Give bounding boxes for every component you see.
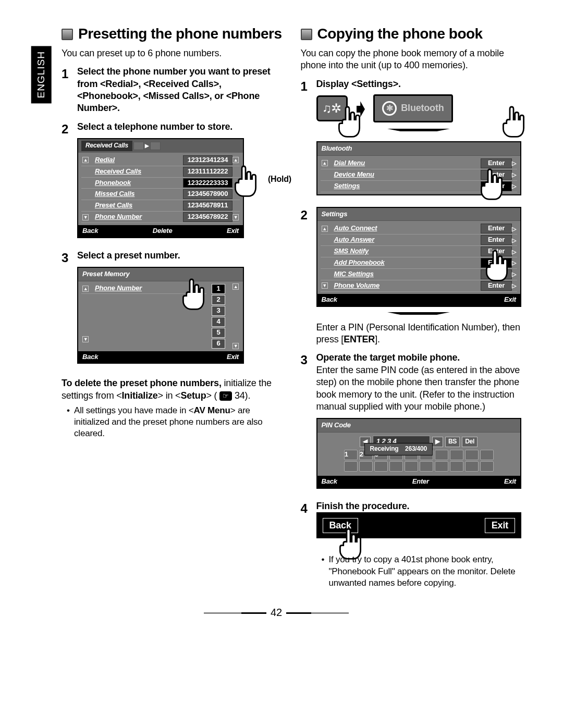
- section-bullet: [301, 29, 312, 40]
- exit-button[interactable]: Exit: [485, 518, 515, 533]
- back-button[interactable]: Back: [82, 227, 98, 236]
- list-item[interactable]: Auto Connect: [328, 224, 478, 233]
- enter-button[interactable]: Enter: [481, 158, 512, 168]
- scroll-up[interactable]: ▲: [322, 226, 328, 232]
- chevron-right-icon[interactable]: ▷: [512, 182, 516, 190]
- preset-slot[interactable]: 3: [212, 306, 225, 316]
- enter-button[interactable]: Enter: [481, 235, 512, 245]
- back-button[interactable]: Back: [82, 353, 98, 362]
- scroll-down[interactable]: ▼: [82, 336, 89, 342]
- exit-button[interactable]: Exit: [504, 295, 516, 304]
- keypad-key[interactable]: [465, 450, 479, 460]
- pin-instruction: Enter a PIN (Personal Identification Num…: [316, 322, 522, 346]
- enter-button[interactable]: Enter: [337, 477, 504, 486]
- list-item[interactable]: Missed Calls: [89, 190, 183, 199]
- keypad-key[interactable]: [450, 461, 463, 472]
- delete-button[interactable]: Delete: [98, 227, 227, 236]
- keypad-key[interactable]: [435, 450, 448, 460]
- chevron-right-icon[interactable]: ▷: [512, 159, 516, 167]
- list-item[interactable]: Redial: [89, 156, 183, 165]
- enter-button[interactable]: Enter: [481, 258, 512, 268]
- scroll-down[interactable]: ▼: [232, 214, 239, 220]
- list-item[interactable]: Received Calls: [89, 167, 183, 176]
- settings-tile[interactable]: ♫✲: [316, 95, 348, 121]
- scroll-down[interactable]: ▼: [322, 282, 328, 289]
- cursor-right-button[interactable]: ▶: [432, 437, 443, 447]
- bluetooth-icon: ✱: [382, 101, 397, 116]
- back-button[interactable]: Back: [322, 477, 337, 486]
- keypad-key[interactable]: [374, 461, 388, 472]
- keypad-key[interactable]: 1: [344, 450, 358, 460]
- chevron-right-icon[interactable]: ▷: [512, 270, 516, 278]
- list-item[interactable]: Add Phonebook: [328, 258, 478, 267]
- preset-slot[interactable]: 2: [212, 295, 225, 305]
- scroll-up[interactable]: ▲: [232, 157, 239, 163]
- keypad-key[interactable]: [450, 450, 463, 460]
- phone-number[interactable]: 12345678911: [183, 201, 232, 211]
- chevron-right-icon[interactable]: ▷: [512, 225, 516, 232]
- scroll-down[interactable]: ▼: [82, 214, 89, 220]
- chevron-right-icon[interactable]: ▷: [512, 171, 516, 178]
- bluetooth-screen: Bluetooth ▲Dial MenuEnter▷ Device MenuEn…: [316, 141, 522, 195]
- preset-slot[interactable]: 4: [212, 317, 225, 327]
- keypad-key[interactable]: [405, 461, 418, 472]
- exit-button[interactable]: Exit: [227, 227, 239, 236]
- enter-button[interactable]: Enter: [481, 269, 512, 279]
- list-item[interactable]: Dial Menu: [328, 159, 478, 168]
- step-number: 3: [62, 250, 72, 369]
- keypad-key[interactable]: [465, 461, 479, 472]
- chevron-right-icon[interactable]: ▷: [512, 259, 516, 266]
- keypad-key[interactable]: [480, 450, 494, 460]
- list-item[interactable]: Phone Number: [89, 284, 205, 293]
- chevron-right-icon[interactable]: ▷: [512, 282, 516, 289]
- chevron-right-icon[interactable]: ▷: [512, 248, 516, 255]
- list-item[interactable]: Phone Number: [89, 213, 183, 221]
- keypad-key[interactable]: [420, 461, 433, 472]
- list-item[interactable]: Auto Answer: [328, 236, 478, 244]
- delete-note: To delete the preset phone numbers, init…: [62, 377, 283, 402]
- note-bullet: If you try to copy a 401st phone book en…: [322, 554, 522, 588]
- tab-received-calls[interactable]: Received Calls: [81, 141, 132, 151]
- bluetooth-button[interactable]: ✱Bluetooth: [373, 94, 452, 122]
- preset-slot[interactable]: 6: [212, 339, 225, 349]
- list-item[interactable]: MIC Settings: [328, 270, 478, 279]
- enter-button[interactable]: Enter: [481, 224, 512, 233]
- list-item[interactable]: Phone Volume: [328, 281, 478, 290]
- footer-bar: Back Exit: [316, 512, 522, 538]
- list-item[interactable]: Device Menu: [328, 170, 478, 179]
- enter-button[interactable]: Enter: [481, 281, 512, 291]
- exit-button[interactable]: Exit: [504, 477, 516, 486]
- chevron-right-icon[interactable]: ▷: [512, 237, 516, 244]
- scroll-up[interactable]: ▲: [232, 283, 239, 290]
- phone-number[interactable]: 12345678922: [183, 212, 232, 222]
- keypad-key[interactable]: [435, 461, 448, 472]
- scroll-down[interactable]: ▼: [232, 343, 239, 349]
- preset-slot[interactable]: 5: [212, 328, 225, 338]
- list-item[interactable]: Preset Calls: [89, 201, 183, 210]
- phone-number[interactable]: 12312341234: [183, 155, 232, 165]
- keypad-key[interactable]: [389, 461, 403, 472]
- scroll-up[interactable]: ▲: [322, 160, 328, 166]
- keypad-key[interactable]: [480, 461, 494, 472]
- scroll-up[interactable]: ▲: [82, 157, 89, 163]
- exit-button[interactable]: Exit: [227, 353, 239, 362]
- phone-number[interactable]: 12345678900: [183, 189, 232, 199]
- bs-button[interactable]: BS: [445, 437, 460, 447]
- keypad-key[interactable]: [344, 461, 358, 472]
- list-item[interactable]: Phonebook: [89, 179, 183, 188]
- tab-icon[interactable]: [133, 142, 144, 150]
- enter-button[interactable]: Enter: [481, 170, 512, 180]
- phone-number[interactable]: 12311112222: [183, 167, 232, 177]
- keypad-key[interactable]: [359, 461, 373, 472]
- list-item[interactable]: SMS Notify: [328, 247, 478, 256]
- del-button[interactable]: Del: [462, 437, 478, 447]
- list-item[interactable]: Settings: [328, 182, 478, 191]
- scroll-up[interactable]: ▲: [82, 286, 89, 292]
- phone-number[interactable]: 12322223333: [183, 178, 232, 188]
- back-button[interactable]: Back: [322, 295, 337, 304]
- tab-icon[interactable]: [150, 142, 161, 150]
- enter-button[interactable]: Enter: [481, 181, 512, 191]
- enter-button[interactable]: Enter: [481, 246, 512, 256]
- back-button[interactable]: Back: [323, 518, 358, 533]
- preset-slot[interactable]: 1: [212, 284, 225, 294]
